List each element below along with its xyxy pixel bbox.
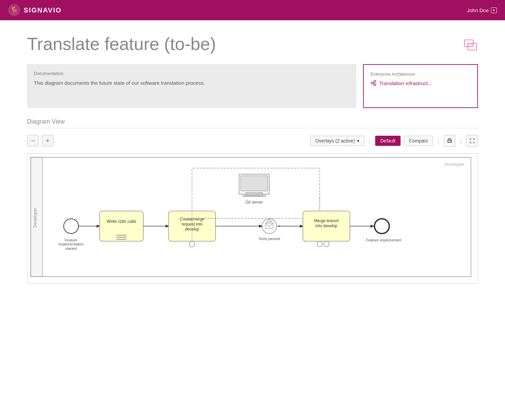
task-write-i18n[interactable] [100,211,143,241]
svg-rect-24 [241,176,268,191]
start-event-label2: implementation [58,242,83,246]
diagram-svg: Developer Developer Feature implementati… [27,154,478,282]
svg-rect-26 [242,195,266,197]
page-action-icon[interactable] [463,37,478,53]
fullscreen-icon [470,138,475,143]
svg-point-6 [371,82,373,84]
svg-point-36 [324,241,329,247]
separator-2: | [438,137,439,145]
task1-label1: Write i18n calls [107,219,136,224]
page-title: Translate feature (to-be) [27,34,216,54]
zoom-out-button[interactable]: − [27,135,39,147]
diagram-toolbar: − + Overlays (2 active) ▾ | Default Comp… [27,135,478,147]
diagram-view-label: Diagram View [27,118,478,128]
overlays-chevron-icon: ▾ [357,138,359,143]
zoom-in-button[interactable]: + [42,135,53,147]
print-icon [447,138,452,143]
view-default-button[interactable]: Default [375,136,400,146]
signavio-logo-icon: 🦌 [8,4,20,16]
doc-label: Documentation [34,71,350,76]
fullscreen-button[interactable] [466,135,478,147]
view-compact-button[interactable]: Compact [404,136,433,146]
svg-point-34 [317,241,322,247]
start-event[interactable] [64,219,78,234]
doc-text: This diagram documents the future state … [34,79,350,87]
svg-text:🦌: 🦌 [10,5,19,15]
git-server-label: Git server [245,200,263,205]
user-chevron-icon[interactable]: ▾ [491,7,497,13]
svg-line-9 [373,82,374,83]
user-menu[interactable]: John Doe ▾ [467,7,497,13]
print-button[interactable] [444,135,455,147]
separator-3: | [460,137,462,145]
user-name: John Doe [467,7,489,13]
task3-label1: Merge branch [314,218,339,223]
overlays-label: Overlays (2 active) [315,138,355,143]
pool-right-label: Developer [444,162,464,167]
end-event-label: Feature implemented [366,238,401,242]
ea-link-text: Translation infrastruct... [379,80,432,86]
svg-point-23 [189,241,195,247]
svg-point-14 [451,140,452,141]
overlays-button[interactable]: Overlays (2 active) ▾ [310,136,364,146]
lane-outer-label: Developer [32,208,38,228]
svg-line-10 [373,84,374,84]
ea-link[interactable]: Translation infrastruct... [370,80,471,86]
enterprise-architecture-box: Enterprise Architecture Translation infr… [363,64,478,108]
start-event-label3: started [66,246,77,251]
ea-label: Enterprise Architecture [370,72,471,77]
logo-text: SIGNAVIO [24,6,62,14]
svg-point-7 [374,80,376,82]
message-event-label: Tests passed [259,237,280,241]
svg-point-8 [374,84,376,86]
ea-link-icon [370,80,377,86]
diagram-canvas: Developer Developer Feature implementati… [27,153,478,284]
task3-label2: into develop [316,224,338,228]
logo-area: 🦌 SIGNAVIO [8,4,62,16]
main-content: Translate feature (to-be) Documentation … [0,20,505,284]
separator-1: | [369,137,371,145]
info-section: Documentation This diagram documents the… [27,64,478,108]
documentation-box: Documentation This diagram documents the… [27,64,356,108]
start-event-label: Feature [65,238,77,242]
app-header: 🦌 SIGNAVIO John Doe ▾ [0,0,505,20]
collaborate-icon [463,37,478,52]
page-title-row: Translate feature (to-be) [27,34,478,54]
svg-rect-25 [246,192,263,195]
end-event[interactable] [375,219,389,234]
